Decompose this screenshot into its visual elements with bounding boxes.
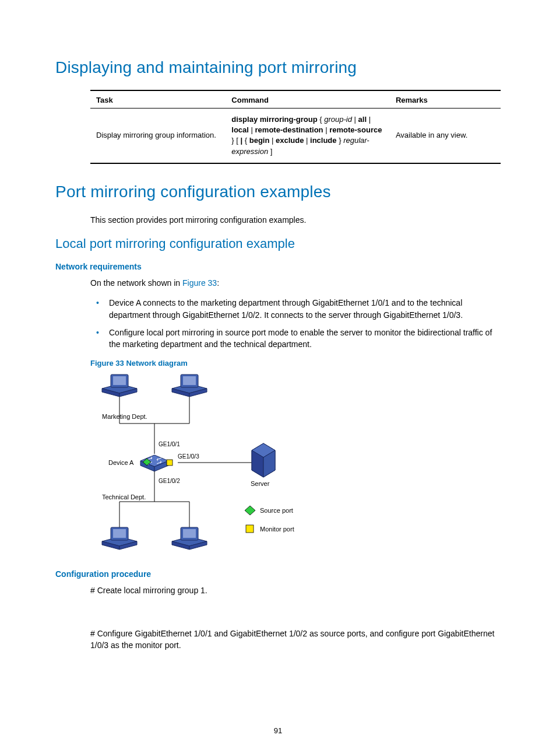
page-number: 91 [0,726,556,735]
network-diagram: Marketing Dept. Technical Dept. Device A… [87,372,332,559]
server-icon [252,443,275,477]
network-shown: On the network shown in Figure 33: [90,277,501,289]
pc-icon [102,374,137,397]
heading-local-example: Local port mirroring configuration examp… [55,236,501,251]
heading-displaying: Displaying and maintaining port mirrorin… [55,58,501,77]
intro-para: This section provides port mirroring con… [90,214,501,226]
th-remarks: Remarks [390,90,501,108]
legend-monitor-icon [246,525,254,533]
label-marketing: Marketing Dept. [102,413,147,420]
legend-source-icon [245,506,255,515]
list-item: Device A connects to the marketing depar… [90,297,501,321]
pc-icon [172,374,207,397]
th-command: Command [226,90,390,108]
figure-caption: Figure 33 Network diagram [90,359,501,368]
table-row: Display mirroring group information. dis… [90,108,501,163]
legend-monitor-label: Monitor port [260,526,294,533]
label-technical: Technical Dept. [102,494,146,501]
conf-step-1: # Create local mirroring group 1. [90,584,501,596]
command-table: Task Command Remarks Display mirroring g… [90,90,501,164]
td-task: Display mirroring group information. [90,108,226,163]
label-server: Server [251,480,270,487]
label-ge2: GE1/0/2 [159,478,180,484]
heading-examples: Port mirroring configuration examples [55,183,501,201]
pc-icon [102,527,137,550]
conf-step-2: # Configure GigabitEthernet 1/0/1 and Gi… [90,628,501,652]
heading-network-req: Network requirements [55,262,501,271]
th-task: Task [90,90,226,108]
label-ge1: GE1/0/1 [159,441,180,447]
td-remarks: Available in any view. [390,108,501,163]
cmd-name: display mirroring-group [231,115,317,124]
list-item: Configure local port mirroring in source… [90,327,501,351]
monitor-port-icon [167,460,173,466]
label-devicea: Device A [108,459,134,466]
figure-link[interactable]: Figure 33 [182,278,217,288]
td-command: display mirroring-group { group-id | all… [226,108,390,163]
diagram-svg: Marketing Dept. Technical Dept. Device A… [87,372,332,559]
pc-icon [172,527,207,550]
legend-source-label: Source port [260,507,293,514]
requirements-list: Device A connects to the marketing depar… [90,297,501,350]
heading-config-proc: Configuration procedure [55,569,501,579]
label-ge3: GE1/0/3 [178,453,199,460]
